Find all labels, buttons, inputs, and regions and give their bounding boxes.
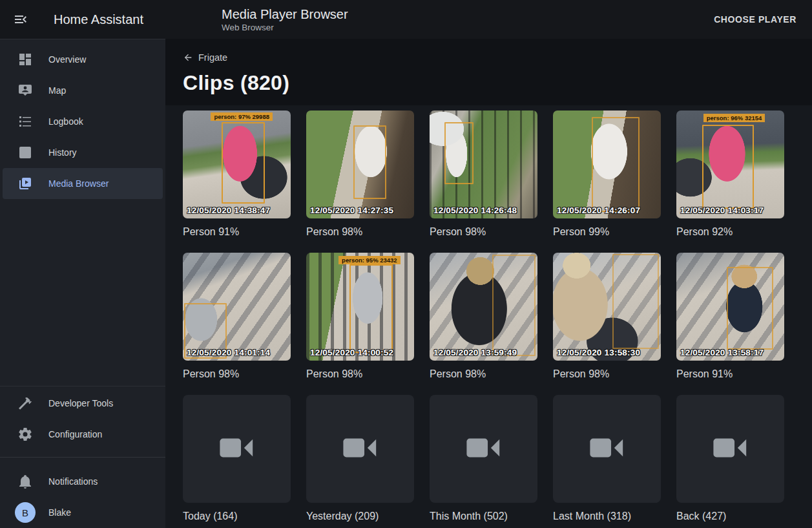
bbox-label: person: 95% 23432 (338, 256, 401, 264)
person-bounding-box (353, 125, 386, 199)
timestamp-overlay: 12/05/2020 13:59:49 (433, 348, 517, 357)
person-bounding-box (592, 117, 639, 212)
folder-thumbnail[interactable] (430, 395, 537, 503)
sidebar-item-user[interactable]: B Blake (3, 497, 163, 528)
clip-thumbnail[interactable]: 12/05/2020 13:58:17 (676, 253, 784, 361)
person-bounding-box (492, 255, 536, 356)
clip-caption: Person 92% (676, 226, 784, 238)
clip-caption: Person 98% (553, 368, 661, 380)
sidebar-item-media-browser[interactable]: Media Browser (3, 168, 163, 199)
media-scroll-area[interactable]: person: 97% 2998812/05/2020 14:38:47Pers… (165, 105, 812, 528)
clip-caption: Person 98% (306, 226, 414, 238)
sidebar-item-map[interactable]: Map (3, 75, 163, 106)
app-title: Home Assistant (54, 12, 143, 27)
clip-caption: Person 98% (183, 368, 291, 380)
clip-tile[interactable]: 12/05/2020 14:01:14Person 98% (183, 253, 291, 380)
bell-icon (17, 474, 33, 489)
map-account-icon (17, 83, 33, 98)
breadcrumb[interactable]: Frigate (183, 52, 227, 63)
sidebar-item-label: Developer Tools (48, 398, 113, 408)
clip-tile[interactable]: 12/05/2020 14:26:07Person 99% (553, 111, 661, 238)
main-content: Frigate Clips (820) person: 97% 2998812/… (165, 39, 812, 528)
person-bounding-box (727, 267, 773, 350)
timestamp-overlay: 12/05/2020 14:27:35 (310, 206, 393, 215)
clip-thumbnail[interactable]: person: 97% 2998812/05/2020 14:38:47 (183, 111, 291, 218)
breadcrumb-label: Frigate (198, 52, 227, 63)
clip-tile[interactable]: person: 97% 2998812/05/2020 14:38:47Pers… (183, 111, 291, 238)
clip-thumbnail[interactable]: 12/05/2020 13:59:49 (430, 253, 537, 361)
sidebar-item-label: Logbook (48, 116, 83, 127)
folder-caption: This Month (502) (430, 511, 537, 522)
clip-caption: Person 98% (306, 368, 414, 380)
timestamp-overlay: 12/05/2020 14:00:52 (310, 348, 393, 357)
bbox-label: person: 97% 29988 (211, 112, 273, 121)
sidebar-item-developer-tools[interactable]: Developer Tools (3, 388, 163, 419)
clip-thumbnail[interactable]: person: 95% 2343212/05/2020 14:00:52 (306, 253, 414, 361)
sidebar-item-history[interactable]: History (3, 137, 163, 168)
page-title: Media Player Browser (222, 6, 348, 22)
clip-tile[interactable]: person: 95% 2343212/05/2020 14:00:52Pers… (306, 253, 414, 380)
clip-caption: Person 98% (430, 226, 537, 238)
folder-tile[interactable]: Yesterday (209) (306, 395, 414, 522)
clip-tile[interactable]: 12/05/2020 13:58:30Person 98% (553, 253, 661, 380)
sidebar-bottom-group: Notifications B Blake (0, 457, 165, 528)
folder-caption: Today (164) (183, 511, 291, 522)
clip-caption: Person 91% (676, 368, 784, 380)
folder-thumbnail[interactable] (306, 395, 414, 503)
sidebar-item-configuration[interactable]: Configuration (3, 419, 163, 450)
folder-tile[interactable]: Last Month (318) (553, 395, 661, 522)
folder-tile[interactable]: This Month (502) (430, 395, 537, 522)
sidebar-item-label: History (48, 147, 77, 158)
page-subtitle: Web Browser (222, 22, 348, 33)
clip-thumbnail[interactable]: 12/05/2020 13:58:30 (553, 253, 661, 361)
clip-caption: Person 98% (430, 368, 537, 380)
sidebar: Overview Map Logbook History Media Brows… (0, 39, 165, 528)
person-bounding-box (349, 264, 393, 353)
videocam-icon (588, 434, 626, 465)
app-bar-left: Home Assistant (0, 4, 165, 35)
clip-caption: Person 91% (183, 226, 291, 238)
clip-tile[interactable]: 12/05/2020 14:26:48Person 98% (430, 111, 537, 238)
folder-thumbnail[interactable] (676, 395, 784, 503)
clip-tile[interactable]: person: 96% 3215412/05/2020 14:03:17Pers… (676, 111, 784, 238)
gear-icon (17, 427, 33, 442)
sidebar-item-label: Notifications (48, 476, 98, 487)
clip-thumbnail[interactable]: 12/05/2020 14:26:48 (430, 111, 537, 218)
timestamp-overlay: 12/05/2020 14:26:07 (557, 206, 640, 215)
folder-caption: Back (427) (676, 511, 784, 522)
folder-thumbnail[interactable] (183, 395, 291, 503)
folder-caption: Yesterday (209) (306, 511, 414, 522)
sidebar-item-label: Configuration (48, 429, 102, 439)
sidebar-nav: Overview Map Logbook History Media Brows… (0, 39, 165, 199)
timestamp-overlay: 12/05/2020 14:01:14 (187, 348, 270, 357)
media-browser-icon (17, 176, 33, 191)
clip-tile[interactable]: 12/05/2020 13:59:49Person 98% (430, 253, 537, 380)
sidebar-item-overview[interactable]: Overview (3, 44, 163, 75)
person-bounding-box (444, 122, 474, 184)
folder-tile[interactable]: Today (164) (183, 395, 291, 522)
sidebar-item-logbook[interactable]: Logbook (3, 106, 163, 137)
clip-thumbnail[interactable]: 12/05/2020 14:01:14 (183, 253, 291, 361)
folder-tile[interactable]: Back (427) (676, 395, 784, 522)
app-bar: Home Assistant Media Player Browser Web … (0, 0, 812, 39)
menu-open-icon[interactable] (5, 4, 36, 35)
clip-caption: Person 99% (553, 226, 661, 238)
user-name-label: Blake (48, 507, 71, 518)
clip-tile[interactable]: 12/05/2020 14:27:35Person 98% (306, 111, 414, 238)
folder-caption: Last Month (318) (553, 511, 661, 522)
videocam-icon (465, 434, 503, 465)
clip-thumbnail[interactable]: 12/05/2020 14:27:35 (306, 111, 414, 218)
folder-thumbnail[interactable] (553, 395, 661, 503)
dashboard-icon (17, 52, 33, 67)
sidebar-footer-group: Developer Tools Configuration Notificati… (0, 386, 165, 528)
choose-player-button[interactable]: CHOOSE PLAYER (706, 8, 804, 31)
sidebar-item-notifications[interactable]: Notifications (3, 466, 163, 497)
sidebar-item-label: Media Browser (48, 178, 109, 189)
avatar: B (15, 502, 36, 523)
clips-grid: person: 97% 2998812/05/2020 14:38:47Pers… (183, 111, 812, 522)
clip-tile[interactable]: 12/05/2020 13:58:17Person 91% (676, 253, 784, 380)
videocam-icon (712, 434, 749, 465)
timestamp-overlay: 12/05/2020 13:58:17 (680, 348, 764, 357)
clip-thumbnail[interactable]: person: 96% 3215412/05/2020 14:03:17 (676, 111, 784, 218)
clip-thumbnail[interactable]: 12/05/2020 14:26:07 (553, 111, 661, 218)
